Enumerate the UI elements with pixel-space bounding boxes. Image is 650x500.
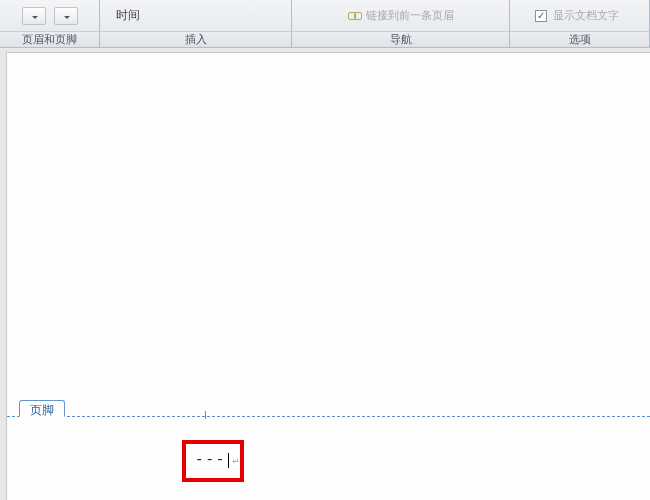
footer-editing-area[interactable]: --- ↵ [195,452,240,468]
ribbon-group-label: 插入 [100,31,291,47]
document-page: 页脚 --- ↵ [7,53,650,500]
ribbon: 页眉和页脚 时间 插入 链接到前一条页眉 导航 ✓ 显示文档文字 选项 [0,0,650,48]
footer-boundary-line [7,416,650,417]
ribbon-group-upper: 时间 [100,0,291,31]
show-doc-text-checkbox[interactable]: ✓ [535,10,547,22]
ribbon-group-upper [0,0,99,31]
show-doc-text-label: 显示文档文字 [553,8,619,23]
paragraph-mark-icon: ↵ [232,454,240,466]
footer-tab-label[interactable]: 页脚 [19,400,65,417]
tab-center-mark [205,411,206,419]
ribbon-group-label: 选项 [510,31,649,47]
insert-time-button[interactable]: 时间 [110,7,140,24]
document-area[interactable]: 页脚 --- ↵ [6,52,650,500]
link-icon [348,10,362,22]
ribbon-group-label: 页眉和页脚 [0,31,99,47]
text-cursor [228,453,229,468]
link-to-previous-button[interactable]: 链接到前一条页眉 [366,8,454,23]
ribbon-group-options: ✓ 显示文档文字 选项 [510,0,650,47]
ribbon-group-header-footer: 页眉和页脚 [0,0,100,47]
ribbon-group-label: 导航 [292,31,509,47]
ribbon-group-insert: 时间 插入 [100,0,292,47]
header-dropdown[interactable] [22,7,46,25]
ribbon-group-upper: 链接到前一条页眉 [292,0,509,31]
ribbon-group-upper: ✓ 显示文档文字 [510,0,649,31]
footer-text: --- [195,452,226,468]
footer-dropdown[interactable] [54,7,78,25]
ribbon-group-navigation: 链接到前一条页眉 导航 [292,0,510,47]
